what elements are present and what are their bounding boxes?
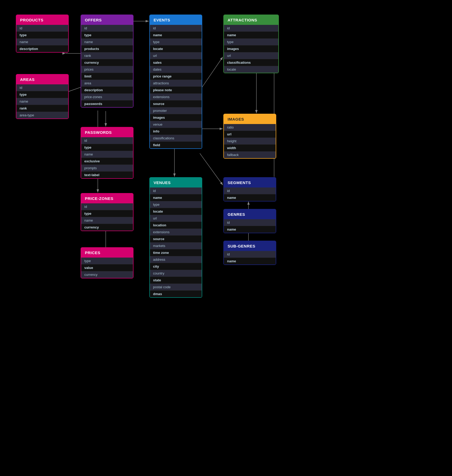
field-row: extensions bbox=[150, 94, 202, 100]
field-row: currency bbox=[81, 59, 133, 66]
field-row: value bbox=[81, 264, 133, 271]
field-row: price-zones bbox=[81, 94, 133, 100]
field-row: url bbox=[150, 52, 202, 59]
field-row: time zone bbox=[150, 249, 202, 256]
table-sub-genres-header: SUB-GENRES bbox=[224, 241, 276, 251]
field-row: name bbox=[150, 32, 202, 39]
table-events-header: EVENTS bbox=[150, 15, 202, 25]
field-row: prices bbox=[81, 66, 133, 73]
field-row: fallback bbox=[224, 152, 276, 158]
field-row: id bbox=[81, 25, 133, 32]
field-row: state bbox=[150, 277, 202, 284]
field-row: classifications bbox=[150, 135, 202, 142]
field-row: locate bbox=[150, 45, 202, 52]
table-attractions: ATTRACTIONS id name type images url clas… bbox=[223, 15, 279, 73]
field-row: id bbox=[224, 25, 278, 32]
field-row: locale bbox=[224, 66, 278, 73]
field-row: images bbox=[150, 114, 202, 121]
field-row: currency bbox=[81, 271, 133, 278]
table-products: PRODUCTS id type name description bbox=[16, 15, 69, 53]
field-row: country bbox=[150, 270, 202, 277]
field-row: description bbox=[81, 87, 133, 94]
field-row: field bbox=[150, 142, 202, 148]
field-row: id bbox=[150, 187, 202, 194]
field-row: name bbox=[150, 194, 202, 201]
field-row: limit bbox=[81, 73, 133, 80]
field-row: id bbox=[16, 25, 68, 32]
field-row: please note bbox=[150, 87, 202, 94]
table-venues: VENUES id name type locate url location … bbox=[149, 177, 202, 298]
svg-line-8 bbox=[200, 57, 223, 90]
field-row: ratio bbox=[224, 124, 276, 131]
field-row: id bbox=[81, 137, 133, 144]
field-row: url bbox=[224, 52, 278, 59]
field-row: postal code bbox=[150, 284, 202, 291]
field-row: name bbox=[224, 32, 278, 39]
field-row: type bbox=[16, 91, 68, 98]
field-row: description bbox=[16, 45, 68, 52]
field-row: sales bbox=[150, 59, 202, 66]
field-row: name bbox=[16, 39, 68, 45]
field-row: id bbox=[150, 25, 202, 32]
field-row: extensions bbox=[150, 229, 202, 236]
field-row: name bbox=[81, 39, 133, 45]
svg-line-11 bbox=[200, 153, 223, 185]
table-prices-header: PRICES bbox=[81, 248, 133, 258]
field-row: name bbox=[81, 151, 133, 158]
field-row: markets bbox=[150, 242, 202, 249]
table-events: EVENTS id name type locate url sales dat… bbox=[149, 15, 202, 149]
field-row: dates bbox=[150, 66, 202, 73]
field-row: type bbox=[224, 39, 278, 45]
table-products-header: PRODUCTS bbox=[16, 15, 68, 25]
table-prices: PRICES type value currency bbox=[81, 247, 133, 278]
field-row: location bbox=[150, 222, 202, 229]
field-row: area-type bbox=[16, 112, 68, 118]
diagram-container: PRODUCTS id type name description AREAS … bbox=[0, 0, 452, 476]
field-row: currency bbox=[81, 224, 133, 231]
table-attractions-header: ATTRACTIONS bbox=[224, 15, 278, 25]
field-row: promoter bbox=[150, 107, 202, 114]
field-row: exclusive bbox=[81, 158, 133, 165]
field-row: name bbox=[224, 258, 276, 264]
field-row: attractions bbox=[150, 80, 202, 87]
field-row: venue bbox=[150, 121, 202, 128]
field-row: products bbox=[81, 45, 133, 52]
field-row: url bbox=[224, 131, 276, 138]
table-sub-genres: SUB-GENRES id name bbox=[223, 241, 276, 265]
field-row: prompts bbox=[81, 165, 133, 172]
table-segments-header: SEGMENTS bbox=[224, 178, 276, 187]
field-row: id bbox=[224, 251, 276, 258]
field-row: city bbox=[150, 263, 202, 270]
table-price-zones: PRICE-ZONES id type name currency bbox=[81, 193, 133, 231]
field-row: id bbox=[224, 187, 276, 194]
field-row: source bbox=[150, 236, 202, 242]
field-row: price range bbox=[150, 73, 202, 80]
table-passwords-header: PASSWORDS bbox=[81, 127, 133, 137]
table-genres-header: GENRES bbox=[224, 209, 276, 219]
table-offers: OFFERS id type name products rank curren… bbox=[81, 15, 133, 108]
field-row: text-label bbox=[81, 172, 133, 178]
field-row: area bbox=[81, 80, 133, 87]
table-offers-header: OFFERS bbox=[81, 15, 133, 25]
field-row: type bbox=[81, 210, 133, 217]
table-price-zones-header: PRICE-ZONES bbox=[81, 194, 133, 203]
field-row: dmas bbox=[150, 291, 202, 297]
field-row: classifications bbox=[224, 59, 278, 66]
field-row: type bbox=[150, 39, 202, 45]
field-row: name bbox=[81, 217, 133, 224]
field-row: height bbox=[224, 138, 276, 145]
field-row: type bbox=[16, 32, 68, 39]
field-row: type bbox=[81, 32, 133, 39]
field-row: rank bbox=[81, 52, 133, 59]
field-row: id bbox=[224, 219, 276, 226]
field-row: locate bbox=[150, 208, 202, 215]
table-areas: AREAS id type name rank area-type bbox=[16, 74, 69, 119]
field-row: id bbox=[81, 203, 133, 210]
table-images: IMAGES ratio url height width fallback bbox=[223, 114, 276, 159]
field-row: name bbox=[224, 194, 276, 201]
table-passwords: PASSWORDS id type name exclusive prompts… bbox=[81, 127, 133, 179]
field-row: width bbox=[224, 145, 276, 152]
field-row: passwords bbox=[81, 100, 133, 107]
field-row: id bbox=[16, 84, 68, 91]
field-row: source bbox=[150, 100, 202, 107]
